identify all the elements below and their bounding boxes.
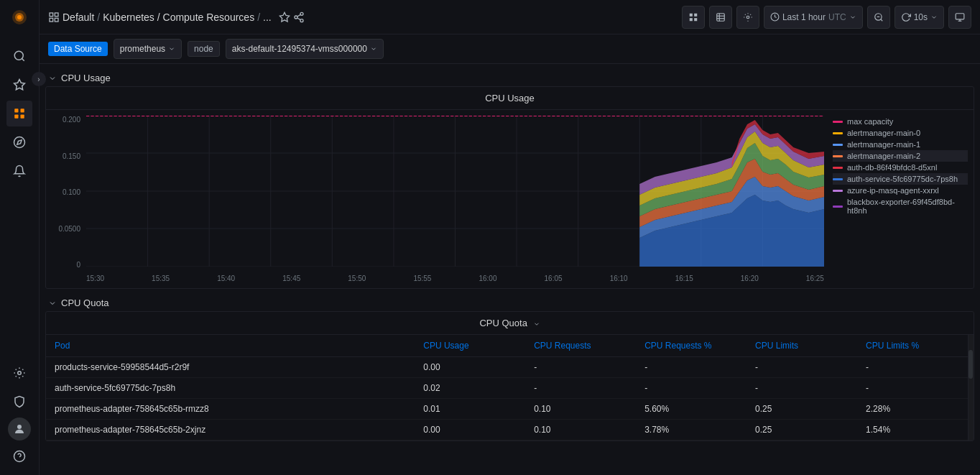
svg-rect-16	[50, 13, 53, 17]
quota-collapse-icon	[48, 299, 57, 308]
table-title-chevron	[533, 320, 540, 328]
cpu-requests-val: 0.10	[525, 399, 636, 420]
table-row: prometheus-adapter-758645c65b-rmzz8 0.01…	[46, 399, 968, 420]
cpu-limits-pct-val: 1.54%	[857, 420, 968, 441]
col-cpu-limits-pct[interactable]: CPU Limits %	[857, 335, 968, 357]
legend-item-auth-service[interactable]: auth-service-5fc69775dc-7ps8h	[833, 173, 968, 185]
svg-rect-29	[694, 18, 697, 21]
node-select[interactable]: aks-default-12495374-vmss000000	[226, 39, 384, 59]
table-header-row: CPU Quota	[46, 312, 974, 335]
cpu-limits-val: 0.25	[746, 420, 857, 441]
display-btn[interactable]	[948, 6, 971, 29]
app-logo[interactable]	[8, 6, 31, 29]
share-icon[interactable]	[293, 11, 305, 23]
sidebar-item-profile[interactable]	[8, 418, 31, 441]
cpu-limits-val: -	[746, 378, 857, 399]
breadcrumb-kubernetes[interactable]: Kubernetes / Compute Resources	[103, 11, 254, 23]
y-axis: 0.200 0.150 0.100 0.0500 0	[52, 116, 86, 269]
cpu-quota-table-container: CPU Quota Pod CPU Usage CPU Requests CPU…	[45, 311, 974, 441]
sidebar-item-explore[interactable]	[6, 129, 32, 155]
header-actions: Last 1 hour UTC 10s	[682, 6, 971, 29]
legend-item-alertmanager-0[interactable]: alertmanager-main-0	[833, 127, 968, 139]
breadcrumb: Default / Kubernetes / Compute Resources…	[48, 11, 676, 23]
chart-area: 0.200 0.150 0.100 0.0500 0	[46, 110, 974, 288]
cpu-usage-section-title: CPU Usage	[61, 73, 111, 83]
svg-rect-30	[717, 13, 725, 21]
monitor-icon	[955, 12, 965, 22]
cpu-requests-val: 0.10	[525, 420, 636, 441]
svg-line-25	[297, 14, 300, 17]
grid-icon	[48, 11, 60, 23]
svg-line-37	[880, 19, 882, 21]
sidebar-item-alerting[interactable]	[6, 158, 32, 184]
svg-point-22	[295, 16, 297, 19]
viz-toggle-btn[interactable]	[682, 6, 705, 29]
chart-plot	[86, 116, 824, 269]
svg-rect-28	[690, 18, 693, 21]
data-source-label[interactable]: Data Source	[48, 42, 108, 56]
star-icon[interactable]	[279, 11, 290, 23]
svg-rect-6	[14, 109, 18, 112]
table-row: prometheus-adapter-758645c65b-2xjnz 0.00…	[46, 420, 968, 441]
cpu-quota-section-header[interactable]: CPU Quota	[40, 295, 980, 311]
chevron-down-icon	[849, 14, 856, 21]
cpu-usage-section-header[interactable]: CPU Usage	[40, 70, 980, 86]
sidebar-item-search[interactable]	[6, 43, 32, 69]
cpu-usage-val: 0.01	[415, 399, 525, 420]
col-cpu-requests[interactable]: CPU Requests	[525, 335, 636, 357]
node-chevron-icon	[370, 45, 377, 52]
table-scrollbar[interactable]	[968, 335, 974, 441]
legend-item-auth-db[interactable]: auth-db-86f49bfdc8-d5xnl	[833, 162, 968, 173]
cpu-usage-chart: CPU Usage 0.200 0.150 0.100 0.0500 0	[45, 86, 974, 289]
legend-item-azure-ip[interactable]: azure-ip-masq-agent-xxrxl	[833, 185, 968, 196]
time-range-label: Last 1 hour	[782, 12, 826, 22]
col-cpu-limits[interactable]: CPU Limits	[746, 335, 857, 357]
refresh-rate-label: 10s	[914, 12, 928, 22]
refresh-btn[interactable]: 10s	[895, 6, 944, 29]
sidebar-item-shield[interactable]	[6, 389, 32, 415]
collapse-icon	[48, 74, 57, 83]
legend-item-max-capacity[interactable]: max capacity	[833, 116, 968, 127]
zoom-out-icon	[874, 12, 884, 22]
table-scrollbar-thumb[interactable]	[969, 350, 973, 379]
chart-legend: max capacity alertmanager-main-0 alertma…	[824, 116, 968, 281]
cpu-limits-val: -	[746, 357, 857, 378]
legend-item-blackbox[interactable]: blackbox-exporter-69f45df8bd-ht8nh	[833, 196, 968, 216]
pod-name: products-service-59958544d5-r2r9f	[46, 357, 415, 378]
legend-item-alertmanager-1[interactable]: alertmanager-main-1	[833, 139, 968, 150]
cpu-limits-pct-val: -	[857, 357, 968, 378]
prometheus-chevron-icon	[168, 45, 175, 52]
x-axis: 15:30 15:35 15:40 15:45 15:50 15:55 16:0…	[86, 272, 824, 282]
sidebar-item-config[interactable]	[6, 360, 32, 386]
zoom-out-btn[interactable]	[867, 6, 890, 29]
legend-item-alertmanager-2[interactable]: alertmanager-main-2	[833, 150, 968, 162]
svg-rect-39	[956, 13, 964, 19]
node-tag: node	[188, 41, 220, 57]
breadcrumb-default[interactable]: Default	[63, 11, 94, 23]
cpu-limits-val: 0.25	[746, 399, 857, 420]
cpu-usage-section: CPU Usage CPU Usage 0.200 0.150 0.100	[40, 70, 980, 289]
prometheus-select[interactable]: prometheus	[114, 39, 182, 59]
pod-name: auth-service-5fc69775dc-7ps8h	[46, 378, 415, 399]
table-title: CPU Quota	[55, 318, 965, 328]
svg-point-23	[300, 19, 303, 22]
svg-rect-17	[55, 13, 58, 17]
sidebar: ›	[0, 0, 40, 475]
sidebar-expand-btn[interactable]: ›	[32, 72, 46, 86]
col-cpu-usage[interactable]: CPU Usage	[415, 335, 525, 357]
svg-marker-5	[14, 80, 25, 90]
sidebar-item-help[interactable]	[6, 443, 32, 469]
sidebar-item-starred[interactable]	[6, 72, 32, 98]
svg-point-21	[300, 12, 303, 15]
settings-btn[interactable]	[736, 6, 759, 29]
cpu-requests-val: -	[525, 357, 636, 378]
time-range-btn[interactable]: Last 1 hour UTC	[764, 6, 863, 29]
pod-name: prometheus-adapter-758645c65b-rmzz8	[46, 399, 415, 420]
sidebar-item-dashboards[interactable]	[6, 101, 32, 126]
table-toggle-btn[interactable]	[709, 6, 732, 29]
col-pod[interactable]: Pod	[46, 335, 415, 357]
col-cpu-requests-pct[interactable]: CPU Requests %	[636, 335, 746, 357]
svg-point-10	[14, 137, 25, 148]
cpu-requests-pct-val: -	[636, 378, 746, 399]
table-header: Pod CPU Usage CPU Requests CPU Requests …	[46, 335, 968, 357]
